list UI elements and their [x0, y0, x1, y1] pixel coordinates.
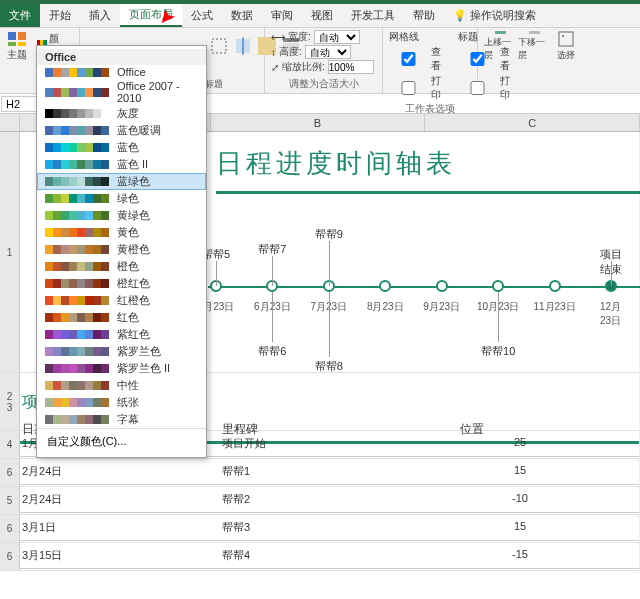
color-scheme-13[interactable]: 红橙色 — [37, 292, 206, 309]
file-tab[interactable]: 文件 — [0, 4, 40, 27]
ribbon-tabs: 文件 开始 插入 页面布局 公式 数据 审阅 视图 开发工具 帮助 💡 操作说明… — [0, 4, 640, 28]
width-field[interactable]: ⟷宽度:自动 — [271, 30, 376, 44]
svg-rect-15 — [495, 31, 506, 34]
tell-me[interactable]: 💡 操作说明搜索 — [444, 4, 545, 27]
row-header[interactable]: 5 — [0, 487, 20, 514]
print-area-button[interactable] — [210, 30, 228, 62]
color-scheme-18[interactable]: 中性 — [37, 377, 206, 394]
scale-field[interactable]: ⤢缩放比例: — [271, 60, 376, 74]
selection-pane-button[interactable]: 选择 — [552, 30, 580, 62]
color-scheme-7[interactable]: 绿色 — [37, 190, 206, 207]
svg-rect-2 — [8, 42, 16, 46]
tab-dev[interactable]: 开发工具 — [342, 4, 404, 27]
color-scheme-20[interactable]: 字幕 — [37, 411, 206, 428]
ribbon: 主题 颜色 ▾ 打印区域 分隔符 背景 打印标题 ⟷宽度:自动 ↕高度:自动 ⤢… — [0, 28, 640, 94]
row-header[interactable]: 6 — [0, 459, 20, 486]
color-scheme-5[interactable]: 蓝色 II — [37, 156, 206, 173]
color-scheme-4[interactable]: 蓝色 — [37, 139, 206, 156]
color-scheme-6[interactable]: 蓝绿色 — [37, 173, 206, 190]
color-scheme-10[interactable]: 黄橙色 — [37, 241, 206, 258]
row-header-1[interactable]: 1 — [0, 132, 20, 372]
color-scheme-17[interactable]: 紫罗兰色 II — [37, 360, 206, 377]
color-scheme-19[interactable]: 纸张 — [37, 394, 206, 411]
col-header-b[interactable]: B — [211, 114, 426, 131]
svg-rect-8 — [212, 39, 226, 53]
themes-button[interactable]: 主题 — [6, 30, 29, 62]
svg-rect-16 — [529, 31, 540, 34]
tab-home[interactable]: 开始 — [40, 4, 80, 27]
bulb-icon: 💡 — [453, 9, 467, 22]
tab-view[interactable]: 视图 — [302, 4, 342, 27]
tab-insert[interactable]: 插入 — [80, 4, 120, 27]
height-field[interactable]: ↕高度:自动 — [271, 45, 376, 59]
chart-title: 日程进度时间轴表 — [216, 138, 633, 191]
color-scheme-8[interactable]: 黄绿色 — [37, 207, 206, 224]
grid-print-chk[interactable]: 打印 — [389, 74, 448, 102]
color-scheme-16[interactable]: 紫罗兰色 — [37, 343, 206, 360]
row-header[interactable]: 6 — [0, 543, 20, 570]
svg-rect-1 — [18, 32, 26, 40]
color-scheme-0[interactable]: Office — [37, 65, 206, 79]
breaks-button[interactable] — [234, 30, 252, 62]
tab-formulas[interactable]: 公式 — [182, 4, 222, 27]
theme-colors-menu: Office OfficeOffice 2007 - 2010灰度蓝色暖调蓝色蓝… — [36, 45, 207, 458]
tab-page-layout[interactable]: 页面布局 — [120, 4, 182, 27]
row-header[interactable]: 23 — [0, 373, 20, 430]
timeline-chart: 5月23日6月23日7月23日8月23日9月23日10月23日11月23日12月… — [216, 208, 633, 358]
custom-colors[interactable]: 自定义颜色(C)... — [37, 428, 206, 454]
tab-help[interactable]: 帮助 — [404, 4, 444, 27]
grid-view-chk[interactable]: 查看 — [389, 45, 448, 73]
row-header[interactable]: 4 — [0, 431, 20, 458]
tab-data[interactable]: 数据 — [222, 4, 262, 27]
send-backward-button[interactable]: 下移一层 — [518, 30, 546, 62]
select-all-cell[interactable] — [0, 114, 20, 131]
svg-point-19 — [562, 35, 564, 37]
col-header-c[interactable]: C — [425, 114, 640, 131]
svg-rect-0 — [8, 32, 16, 40]
tab-review[interactable]: 审阅 — [262, 4, 302, 27]
color-scheme-12[interactable]: 橙红色 — [37, 275, 206, 292]
color-scheme-9[interactable]: 黄色 — [37, 224, 206, 241]
color-scheme-14[interactable]: 红色 — [37, 309, 206, 326]
menu-header: Office — [37, 49, 206, 65]
bring-forward-button[interactable]: 上移一层 — [484, 30, 512, 62]
svg-rect-3 — [18, 42, 26, 46]
color-scheme-1[interactable]: Office 2007 - 2010 — [37, 79, 206, 105]
color-scheme-11[interactable]: 橙色 — [37, 258, 206, 275]
svg-rect-18 — [559, 32, 573, 46]
color-scheme-3[interactable]: 蓝色暖调 — [37, 122, 206, 139]
color-scheme-2[interactable]: 灰度 — [37, 105, 206, 122]
color-scheme-15[interactable]: 紫红色 — [37, 326, 206, 343]
row-header[interactable]: 6 — [0, 515, 20, 542]
